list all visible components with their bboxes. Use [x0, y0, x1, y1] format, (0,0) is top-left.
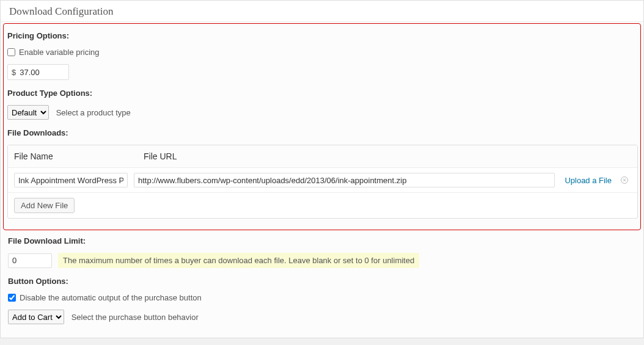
col-header-name: File Name [14, 151, 136, 161]
product-type-label: Product Type Options: [7, 89, 637, 98]
purchase-behavior-select[interactable]: Add to Cart [8, 310, 64, 324]
product-type-select[interactable]: Default [7, 105, 49, 120]
pricing-options-label: Pricing Options: [7, 31, 637, 40]
remove-file-icon[interactable] [618, 176, 631, 184]
metabox-body: Pricing Options: Enable variable pricing… [1, 22, 643, 338]
download-config-metabox: Download Configuration Pricing Options: … [0, 0, 644, 338]
col-header-url: File URL [136, 151, 631, 161]
upload-file-link[interactable]: Upload a File [565, 176, 612, 185]
file-row: Upload a File [8, 168, 637, 193]
pricing-highlight-box: Pricing Options: Enable variable pricing… [3, 23, 641, 230]
files-table-footer: Add New File [8, 193, 637, 218]
enable-variable-pricing-checkbox[interactable] [7, 48, 15, 56]
purchase-behavior-desc: Select the purchase button behavior [71, 313, 199, 322]
files-table-header: File Name File URL [8, 145, 637, 168]
download-limit-label: File Download Limit: [8, 236, 636, 245]
button-options-label: Button Options: [8, 277, 636, 286]
product-type-desc: Select a product type [56, 108, 131, 117]
files-table: File Name File URL Upload a File Add New… [7, 145, 638, 219]
download-limit-input[interactable] [8, 253, 52, 268]
download-limit-desc: The maximum number of times a buyer can … [58, 253, 419, 268]
enable-variable-pricing-text: Enable variable pricing [19, 48, 100, 57]
file-name-input[interactable] [14, 173, 128, 187]
enable-variable-pricing-label[interactable]: Enable variable pricing [7, 48, 100, 57]
currency-symbol: $ [8, 68, 20, 77]
disable-auto-output-checkbox[interactable] [8, 294, 16, 302]
metabox-title: Download Configuration [1, 1, 643, 22]
add-new-file-button[interactable]: Add New File [14, 198, 75, 213]
price-input-wrap: $ [7, 64, 69, 80]
file-downloads-label: File Downloads: [7, 128, 637, 137]
disable-auto-output-text: Disable the automatic output of the purc… [20, 293, 202, 302]
price-input[interactable] [20, 65, 68, 79]
file-url-input[interactable] [134, 173, 555, 187]
disable-auto-output-label[interactable]: Disable the automatic output of the purc… [8, 293, 202, 302]
